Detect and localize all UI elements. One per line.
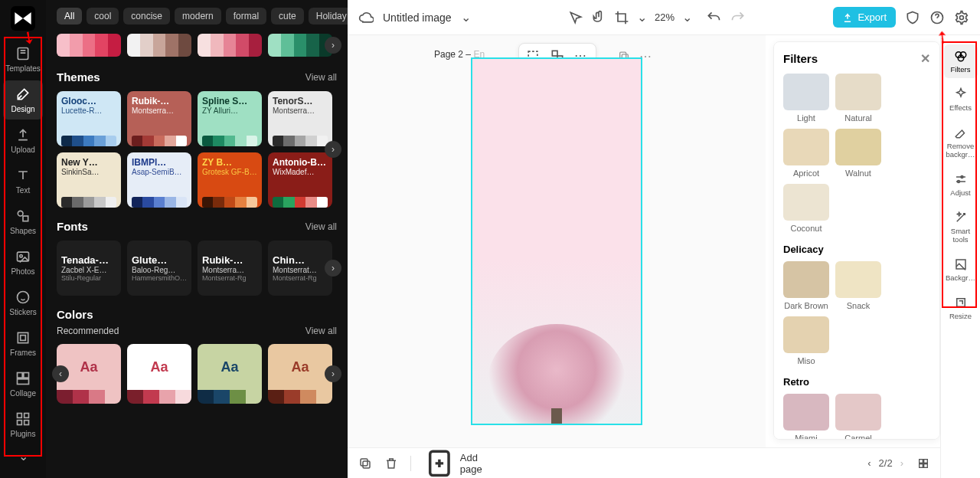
pager-prev-icon[interactable]: ‹ — [867, 457, 871, 469]
rail-text[interactable]: Text — [3, 162, 43, 201]
filter-item[interactable]: Snack — [835, 261, 881, 310]
photos-icon — [15, 249, 31, 264]
chip-formal[interactable]: formal — [226, 8, 266, 25]
shield-icon[interactable] — [905, 10, 920, 25]
font-card[interactable]: Chin…Montserrat…Montserrat-Rg — [268, 241, 332, 296]
colors-scroll-right-icon[interactable]: › — [325, 365, 341, 382]
collage-icon — [15, 371, 31, 386]
filter-category: Retro — [783, 376, 930, 388]
document-title[interactable]: Untitled image — [383, 11, 452, 24]
cloud-icon[interactable] — [358, 10, 374, 25]
pointer-icon[interactable] — [568, 10, 583, 25]
zoom-value[interactable]: 22% — [655, 11, 675, 23]
rail-more-icon[interactable]: ⌄ — [18, 449, 28, 463]
filter-item[interactable]: Coconut — [783, 184, 829, 233]
font-card[interactable]: Glute…Baloo-Reg…HammersmithO… — [127, 241, 191, 296]
rrail-background[interactable]: Backgr… — [944, 253, 978, 286]
zoom-dropdown-icon[interactable]: ⌄ — [682, 10, 692, 25]
canvas-page[interactable] — [471, 57, 642, 425]
rail-collage[interactable]: Collage — [3, 365, 43, 404]
themes-viewall[interactable]: View all — [305, 72, 337, 83]
font-card[interactable]: Rubik-…Montserra…Montserrat-Rg — [198, 241, 262, 296]
filter-label: Dark Brown — [784, 301, 828, 310]
export-button[interactable]: Export — [833, 7, 896, 28]
chip-modern[interactable]: modern — [175, 8, 221, 25]
delete-icon[interactable] — [384, 457, 398, 470]
fonts-scroll-right-icon[interactable]: › — [325, 260, 341, 277]
grid-view-icon[interactable] — [917, 457, 929, 470]
theme-card[interactable]: Spline S…ZY Alluri… — [198, 91, 262, 146]
chip-cute[interactable]: cute — [271, 8, 304, 25]
palette-swatch[interactable] — [127, 34, 191, 57]
design-icon — [15, 87, 31, 102]
rrail-effects[interactable]: Effects — [944, 83, 978, 116]
chip-all[interactable]: All — [57, 8, 82, 25]
theme-card[interactable]: Glooc…Lucette-R… — [57, 91, 121, 146]
undo-icon[interactable] — [706, 10, 721, 25]
filter-item[interactable]: Carmel — [835, 394, 881, 440]
color-card[interactable]: Aa — [268, 344, 332, 404]
title-dropdown-icon[interactable]: ⌄ — [461, 10, 476, 25]
filter-label: Miso — [797, 356, 815, 365]
background-icon — [954, 257, 968, 271]
colors-scroll-left-icon[interactable]: ‹ — [52, 365, 69, 382]
rrail-filters[interactable]: Filters — [944, 44, 978, 78]
color-card[interactable]: Aa — [198, 344, 262, 404]
canvas-area[interactable]: Page 2 – En ⋯ ⋯ — [348, 35, 766, 447]
palette-swatch[interactable] — [198, 34, 262, 57]
rrail-resize[interactable]: Resize — [944, 291, 978, 325]
rail-frames[interactable]: Frames — [3, 324, 43, 363]
themes-grid: Glooc…Lucette-R…Rubik-…Montserra…Spline … — [57, 91, 337, 208]
font-card[interactable]: Tenada-…Zacbel X-E…Stilu-Regular — [57, 241, 121, 296]
svg-rect-9 — [24, 373, 29, 378]
rrail-removebg[interactable]: Remove backgr… — [944, 121, 978, 163]
filter-item[interactable]: Light — [783, 74, 829, 123]
duplicate-icon[interactable] — [358, 457, 372, 470]
color-card[interactable]: Aa — [127, 344, 191, 404]
eraser-icon — [954, 126, 968, 139]
add-page-button[interactable]: Add page — [423, 447, 483, 478]
palette-swatch[interactable] — [57, 34, 121, 57]
filter-category: Delicacy — [783, 244, 930, 255]
redo-icon[interactable] — [730, 10, 746, 25]
rrail-smart[interactable]: Smart tools — [944, 206, 978, 248]
colors-viewall[interactable]: View all — [305, 326, 337, 336]
filters-title: Filters — [783, 52, 818, 65]
help-icon[interactable] — [929, 10, 945, 25]
svg-point-16 — [960, 15, 964, 19]
theme-card[interactable]: IBMPl…Asap-SemiB… — [127, 152, 191, 208]
crop-icon[interactable] — [614, 10, 629, 25]
settings-icon[interactable] — [954, 10, 969, 25]
rail-stickers[interactable]: Stickers — [3, 283, 43, 322]
filter-item[interactable]: Natural — [835, 74, 881, 123]
theme-card[interactable]: Antonio-BoldWixMadef… — [268, 152, 332, 208]
palettes-scroll-right-icon[interactable]: › — [325, 37, 341, 54]
chip-cool[interactable]: cool — [87, 8, 119, 25]
theme-card[interactable]: Rubik-…Montserra… — [127, 91, 191, 146]
filter-item[interactable]: Miso — [783, 316, 829, 365]
theme-card[interactable]: New Y…SinkinSa… — [57, 152, 121, 208]
rail-upload[interactable]: Upload — [3, 121, 43, 160]
rail-shapes[interactable]: Shapes — [3, 202, 43, 241]
crop-dropdown-icon[interactable]: ⌄ — [637, 10, 647, 25]
fonts-viewall[interactable]: View all — [305, 221, 337, 232]
filter-item[interactable]: Walnut — [835, 129, 881, 178]
stickers-icon — [15, 290, 31, 305]
theme-card[interactable]: TenorS…Montserra… — [268, 91, 332, 146]
chip-concise[interactable]: concise — [123, 8, 170, 25]
filter-item[interactable]: Dark Brown — [783, 261, 829, 310]
palette-swatch[interactable] — [268, 34, 332, 57]
close-icon[interactable]: ✕ — [920, 51, 930, 66]
filter-item[interactable]: Apricot — [783, 129, 829, 178]
rrail-adjust[interactable]: Adjust — [944, 168, 978, 201]
themes-scroll-right-icon[interactable]: › — [325, 141, 341, 158]
rail-plugins[interactable]: Plugins — [3, 405, 43, 444]
pager-next-icon[interactable]: › — [900, 457, 903, 469]
chip-holiday[interactable]: Holiday — [309, 8, 348, 25]
rail-photos[interactable]: Photos — [3, 243, 43, 282]
hand-icon[interactable] — [591, 10, 606, 25]
theme-card[interactable]: ZY B…Grotesk GF-B… — [198, 152, 262, 208]
rail-design[interactable]: Design — [3, 80, 43, 120]
canvas-tools: ⌄ 22% ⌄ — [564, 7, 697, 28]
filter-item[interactable]: Miami — [783, 394, 829, 440]
